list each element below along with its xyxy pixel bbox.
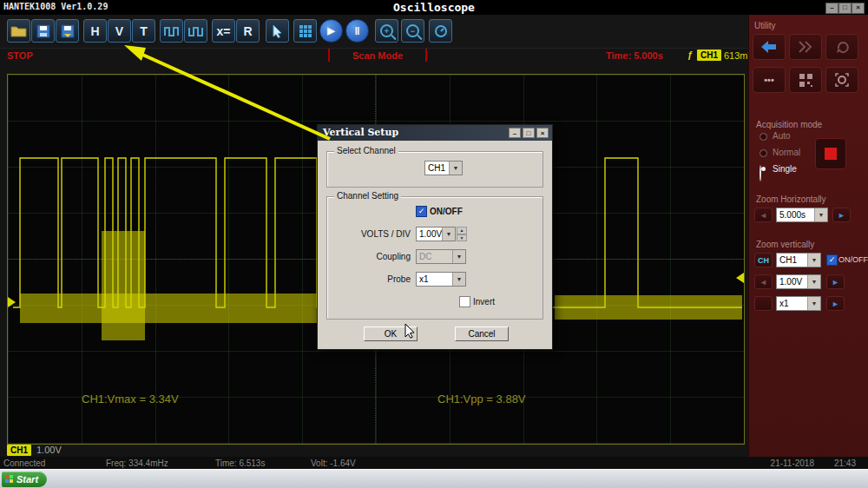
cancel-button[interactable]: Cancel — [455, 326, 509, 341]
select-channel-label: Select Channel — [334, 146, 398, 155]
calibrate-button[interactable] — [825, 67, 858, 93]
record-stop-button[interactable] — [815, 138, 846, 169]
save-as-button[interactable] — [56, 19, 79, 43]
vmax-measurement: CH1:Vmax = 3.34V — [82, 392, 179, 406]
volts-decrease-button[interactable]: ◄ — [754, 274, 773, 289]
channel1-badge[interactable]: CH1 — [7, 445, 31, 456]
back-button[interactable] — [753, 34, 786, 60]
gauge-icon — [434, 24, 448, 38]
zoom-in-icon: + — [380, 24, 393, 37]
window-title: Oscilloscope — [0, 1, 868, 14]
timebase-status: Time: 5.000s — [606, 50, 663, 61]
volts-div-spinner[interactable]: ▲ ▼ — [457, 227, 467, 241]
zoom-in-button[interactable]: + — [375, 19, 398, 43]
dropdown-arrow-icon[interactable]: ▼ — [807, 297, 820, 310]
channel-dropdown[interactable]: CH1 ▼ — [424, 161, 463, 175]
probe-next-button[interactable]: ► — [826, 296, 845, 311]
open-file-button[interactable] — [7, 19, 30, 43]
start-button[interactable]: Start — [2, 472, 47, 487]
dialog-close-button[interactable]: × — [536, 128, 549, 138]
probe-label: Probe — [327, 274, 411, 284]
vpp-measurement: CH1:Vpp = 3.88V — [437, 392, 526, 406]
focus-target-icon — [835, 73, 849, 87]
panel-title: Utility — [754, 21, 775, 30]
window-minimize-button[interactable]: – — [825, 3, 838, 14]
save-button[interactable] — [31, 19, 55, 43]
radio-auto[interactable] — [760, 133, 767, 141]
dropdown-arrow-icon[interactable]: ▼ — [814, 208, 827, 221]
dialog-minimize-button[interactable]: – — [509, 128, 521, 138]
coupling-dropdown: DC ▼ — [416, 249, 466, 264]
invert-label: Invert — [473, 297, 495, 307]
probe-blank-button[interactable] — [754, 296, 773, 311]
dialog-maximize-button[interactable]: □ — [523, 128, 535, 138]
probe-dropdown[interactable]: x1 ▼ — [776, 296, 821, 311]
channel-setting-group: Channel Setting ✓ ON/OFF VOLTS / DIV 1.0… — [326, 196, 543, 320]
channel1-volts-div: 1.00V — [36, 445, 62, 455]
horizontal-setup-button[interactable]: H — [83, 19, 107, 43]
trigger-symbol-icon: ƒ — [687, 49, 693, 60]
radio-single-label[interactable]: Single — [773, 164, 797, 174]
volts-increase-button[interactable]: ► — [826, 274, 845, 289]
spin-up-icon[interactable]: ▲ — [457, 227, 467, 234]
volts-div-dropdown[interactable]: 1.00V ▼ — [776, 274, 821, 289]
qr-code-button[interactable] — [789, 67, 822, 93]
zoom-v-onoff-checkbox[interactable]: ✓ — [826, 254, 838, 266]
pause-acquisition-button[interactable]: ‖ — [345, 19, 369, 43]
pass-fail-button[interactable] — [293, 19, 317, 43]
dropdown-arrow-icon[interactable]: ▼ — [807, 275, 820, 288]
radio-auto-label[interactable]: Auto — [773, 131, 791, 141]
circular-arrow-icon — [835, 40, 850, 54]
dropdown-arrow-icon[interactable]: ▼ — [442, 228, 455, 241]
mouse-cursor — [404, 323, 416, 339]
square-wave-icon — [188, 25, 204, 37]
dialog-probe-value: x1 — [417, 273, 452, 286]
dialog-probe-dropdown[interactable]: x1 ▼ — [416, 272, 466, 287]
self-calibration-button[interactable] — [429, 19, 452, 43]
spin-down-icon[interactable]: ▼ — [457, 234, 467, 242]
measure-button[interactable]: x= — [212, 19, 235, 43]
main-toolbar: H V T x= R ▶ ‖ + − — [0, 15, 748, 49]
vertical-setup-button[interactable]: V — [108, 19, 131, 43]
oscilloscope-app: HANTEK1008 Ver1.0.29 Oscilloscope – □ × … — [0, 0, 868, 488]
channel-select-button[interactable]: CH — [754, 253, 773, 267]
start-acquisition-button[interactable]: ▶ — [319, 19, 343, 43]
coupling-value: DC — [417, 250, 452, 263]
refresh-button[interactable] — [825, 34, 858, 60]
zoom-h-decrease-button[interactable]: ◄ — [754, 208, 773, 222]
radio-normal[interactable] — [760, 149, 767, 157]
freq-readout: Freq: 334.4mHz — [106, 458, 168, 468]
forward-arrows-icon — [797, 40, 814, 54]
channel-position-marker[interactable] — [8, 297, 16, 307]
scan-mode-label: Scan Mode — [352, 50, 403, 61]
dropdown-arrow-icon[interactable]: ▼ — [807, 254, 820, 267]
timebase-dropdown[interactable]: 5.000s ▼ — [776, 208, 828, 222]
invert-checkbox[interactable] — [459, 296, 470, 307]
dialog-volts-div-dropdown[interactable]: 1.00V ▼ — [416, 227, 456, 241]
waveform-mode2-button[interactable] — [184, 19, 207, 43]
recorder-button[interactable]: R — [236, 19, 260, 43]
dropdown-arrow-icon[interactable]: ▼ — [449, 162, 462, 175]
window-close-button[interactable]: × — [852, 3, 865, 14]
more-options-button[interactable]: ••• — [753, 67, 786, 93]
cursor-button[interactable] — [266, 19, 289, 43]
status-clock: 21:43 — [834, 458, 856, 468]
radio-normal-label[interactable]: Normal — [773, 148, 800, 157]
dialog-volts-div-value: 1.00V — [417, 228, 442, 241]
waveform-mode-button[interactable] — [160, 19, 183, 43]
onoff-checkbox[interactable]: ✓ — [416, 206, 427, 217]
zoom-v-channel-dropdown[interactable]: CH1 ▼ — [776, 253, 821, 267]
trigger-setup-button[interactable]: T — [132, 19, 155, 43]
dropdown-arrow-icon[interactable]: ▼ — [452, 273, 465, 286]
window-maximize-button[interactable]: □ — [838, 3, 852, 14]
start-label: Start — [16, 474, 38, 485]
trigger-level-marker[interactable] — [736, 273, 744, 283]
forward-button[interactable] — [789, 34, 822, 60]
cursor-pointer-icon — [272, 24, 284, 38]
windows-flag-icon — [5, 475, 14, 484]
vertical-setup-dialog: Vertical Setup – □ × Select Channel CH1 … — [317, 124, 553, 350]
run-stop-status: STOP — [7, 50, 33, 61]
radio-single[interactable] — [760, 165, 761, 181]
zoom-out-button[interactable]: − — [401, 19, 424, 43]
zoom-h-increase-button[interactable]: ► — [832, 208, 851, 222]
